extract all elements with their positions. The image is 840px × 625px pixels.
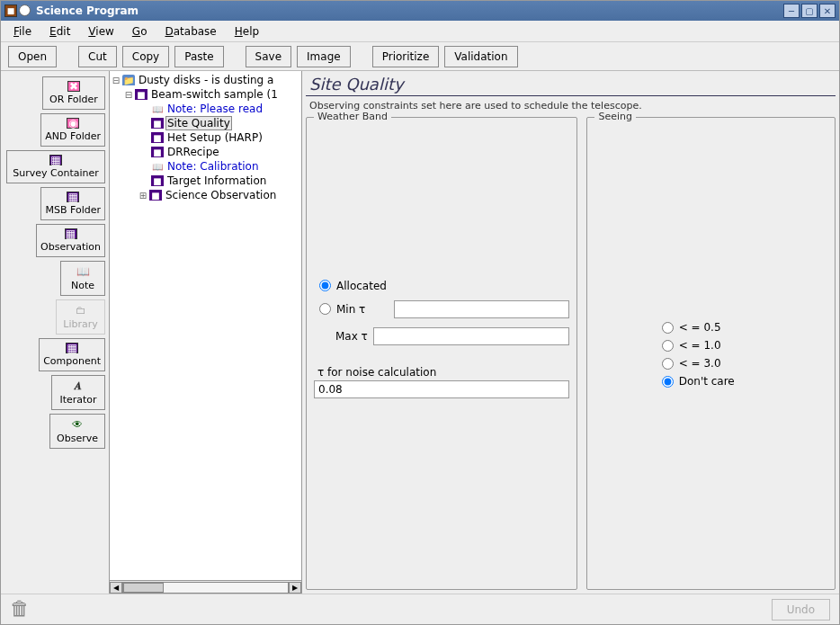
package-icon: ■ xyxy=(135,89,147,100)
max-tau-label: Max τ xyxy=(314,330,368,343)
msb-folder-icon: ▦ xyxy=(67,192,79,202)
seeing-radio-1[interactable] xyxy=(662,340,674,352)
menu-database[interactable]: Database xyxy=(156,23,225,40)
seeing-radio-2[interactable] xyxy=(662,358,674,370)
seeing-group: Seeing < = 0.5 < = 1.0 < = 3.0 xyxy=(586,117,836,590)
window-app-icon: ■ xyxy=(4,4,17,17)
observe-button[interactable]: 👁Observe xyxy=(49,414,105,449)
max-tau-input[interactable] xyxy=(373,327,570,345)
max-tau-row: Max τ xyxy=(314,325,569,348)
sidebar-label: Library xyxy=(63,318,97,330)
allocated-row: Allocated xyxy=(314,274,569,298)
trash-icon[interactable]: 🗑 xyxy=(10,597,35,622)
sidebar-label: AND Folder xyxy=(45,130,101,142)
sidebar-label: OR Folder xyxy=(49,94,98,105)
tree-label: Note: Please read xyxy=(165,103,264,115)
save-button[interactable]: Save xyxy=(246,46,291,67)
toolbar: Open Cut Copy Paste Save Image Prioritiz… xyxy=(1,42,839,71)
survey-container-button[interactable]: ▦Survey Container xyxy=(6,150,105,183)
note-button[interactable]: 📖Note xyxy=(60,261,105,296)
undo-button[interactable]: Undo xyxy=(772,599,830,621)
window-title: Science Program xyxy=(36,4,783,17)
weather-band-legend: Weather Band xyxy=(314,111,391,122)
sidebar-label: Observe xyxy=(57,433,98,444)
package-icon: ■ xyxy=(149,190,162,201)
library-button[interactable]: 🗀Library xyxy=(56,299,105,335)
package-icon: ■ xyxy=(151,132,164,143)
and-folder-button[interactable]: ◉AND Folder xyxy=(40,113,105,147)
maximize-button[interactable]: ▢ xyxy=(801,4,818,18)
package-icon: ■ xyxy=(151,118,164,129)
open-button[interactable]: Open xyxy=(8,46,57,67)
tree-item-target[interactable]: ■ Target Information xyxy=(110,174,301,188)
tau-noise-input[interactable] xyxy=(314,380,569,398)
sidebar-label: Survey Container xyxy=(13,167,99,179)
allocated-radio[interactable] xyxy=(319,280,331,291)
cut-button[interactable]: Cut xyxy=(78,46,117,67)
scroll-right-icon[interactable]: ▶ xyxy=(289,582,301,594)
tree-label: Note: Calibration xyxy=(165,160,261,173)
tau-noise-label: τ for noise calculation xyxy=(314,366,569,379)
tree-toggle-icon[interactable]: ⊟ xyxy=(112,76,121,85)
min-tau-row: Min τ xyxy=(314,298,569,321)
tree-item-note-read[interactable]: 📖 Note: Please read xyxy=(110,102,301,116)
panel-title-divider xyxy=(306,95,836,96)
sidebar-label: Iterator xyxy=(59,394,96,406)
prioritize-button[interactable]: Prioritize xyxy=(372,46,440,67)
tree-toggle-icon[interactable]: ⊞ xyxy=(139,191,147,201)
close-button[interactable]: ✕ xyxy=(819,4,836,18)
tree-toggle-icon[interactable]: ⊟ xyxy=(124,90,133,100)
tree-label: Dusty disks - is dusting a xyxy=(137,74,275,86)
seeing-label: < = 3.0 xyxy=(679,357,721,370)
seeing-option-2: < = 3.0 xyxy=(662,357,761,370)
sidebar-label: Note xyxy=(71,280,94,291)
iterator-button[interactable]: 𝑨Iterator xyxy=(51,375,105,410)
image-button[interactable]: Image xyxy=(297,46,351,67)
tree-item-science-obs[interactable]: ⊞ ■ Science Observation xyxy=(110,188,301,202)
minimize-button[interactable]: ─ xyxy=(783,4,800,18)
observation-icon: ▦ xyxy=(65,228,77,239)
tree-item-note-cal[interactable]: 📖 Note: Calibration xyxy=(110,159,301,174)
tree-label: Science Observation xyxy=(164,189,278,201)
seeing-option-1: < = 1.0 xyxy=(662,339,761,352)
menu-view[interactable]: View xyxy=(79,23,122,40)
seeing-label: < = 1.0 xyxy=(679,339,721,352)
scroll-track[interactable] xyxy=(122,582,289,594)
iterator-icon: 𝑨 xyxy=(70,379,86,392)
project-icon: 📁 xyxy=(122,75,135,85)
window-menu-icon[interactable]: ◐ xyxy=(19,4,31,16)
seeing-radio-3[interactable] xyxy=(662,376,674,388)
menu-edit[interactable]: Edit xyxy=(40,23,79,40)
tree-item-drrecipe[interactable]: ■ DRRecipe xyxy=(110,145,301,159)
tree-root[interactable]: ⊟ 📁 Dusty disks - is dusting a xyxy=(110,73,301,87)
validation-button[interactable]: Validation xyxy=(444,46,517,67)
msb-folder-button[interactable]: ▦MSB Folder xyxy=(40,187,105,220)
min-tau-radio[interactable] xyxy=(319,303,331,315)
tree-item-beam[interactable]: ⊟ ■ Beam-switch sample (1 xyxy=(110,87,301,102)
menu-help[interactable]: Help xyxy=(226,23,268,40)
seeing-radio-0[interactable] xyxy=(662,322,674,334)
tree-item-het[interactable]: ■ Het Setup (HARP) xyxy=(110,130,301,145)
component-icon: ▦ xyxy=(66,343,78,353)
observation-button[interactable]: ▦Observation xyxy=(36,224,105,257)
scroll-thumb[interactable] xyxy=(123,583,164,593)
scroll-left-icon[interactable]: ◀ xyxy=(110,582,122,594)
min-tau-label: Min τ xyxy=(336,303,389,316)
panel-title: Site Quality xyxy=(306,73,836,94)
tree-label: Target Information xyxy=(165,174,268,187)
seeing-legend: Seeing xyxy=(594,111,636,122)
component-button[interactable]: ▦Component xyxy=(39,338,105,371)
footer: 🗑 Undo xyxy=(1,594,839,624)
horizontal-scrollbar[interactable]: ◀ ▶ xyxy=(110,580,301,594)
tree-item-site-quality[interactable]: ■ Site Quality xyxy=(110,116,301,130)
seeing-label: < = 0.5 xyxy=(679,321,721,334)
min-tau-input[interactable] xyxy=(394,300,569,318)
menubar: File Edit View Go Database Help xyxy=(1,21,839,42)
menu-file[interactable]: File xyxy=(4,23,40,40)
or-folder-button[interactable]: ✖OR Folder xyxy=(42,76,105,110)
copy-button[interactable]: Copy xyxy=(122,46,169,67)
content-pane: Site Quality Observing constraints set h… xyxy=(302,71,839,594)
menu-go[interactable]: Go xyxy=(123,23,156,40)
paste-button[interactable]: Paste xyxy=(174,46,223,67)
or-folder-icon: ✖ xyxy=(67,81,80,92)
